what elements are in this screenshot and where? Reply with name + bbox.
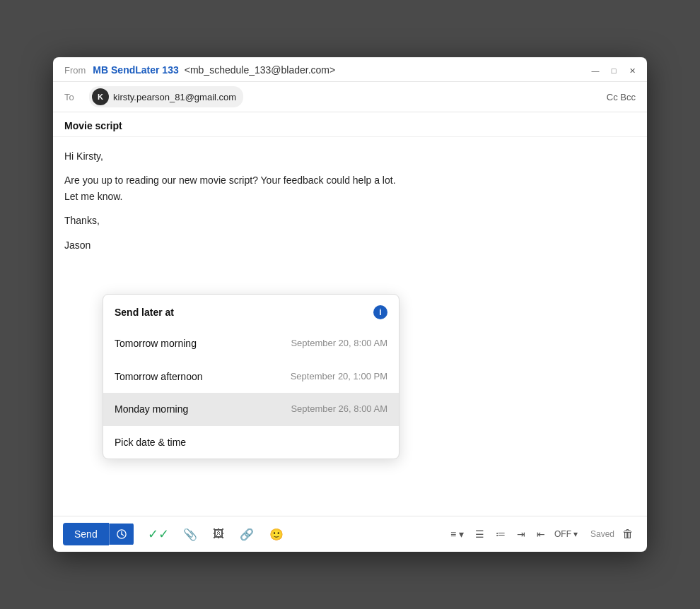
recipient-email: kirsty.pearson_81@gmail.com (113, 92, 236, 102)
closing: Thanks, (64, 213, 636, 228)
formatting-group: ≡ ▾ ☰ ≔ ⇥ ⇤ OFF ▾ (445, 525, 578, 543)
info-icon[interactable]: i (373, 305, 387, 319)
option-time-tomorrow-afternoon: September 20, 1:00 PM (291, 369, 387, 384)
trash-icon: 🗑 (622, 528, 634, 540)
send-button[interactable]: Send (63, 523, 109, 545)
send-later-header: Send later at i (103, 295, 399, 327)
send-clock-button[interactable] (109, 524, 134, 545)
image-button[interactable]: 🖼 (207, 524, 230, 545)
option-label-tomorrow-afternoon: Tomorrow afternoon (115, 369, 203, 384)
emoji-button[interactable]: 🙂 (264, 524, 289, 545)
off-label: OFF (554, 529, 571, 539)
schedule-option-tomorrow-morning[interactable]: Tomorrow morning September 20, 8:00 AM (103, 327, 399, 360)
signature: Jason (64, 237, 636, 253)
option-label-monday-morning: Monday morning (115, 401, 188, 417)
to-label: To (64, 92, 82, 102)
from-email: <mb_schedule_133@blader.com> (185, 64, 335, 76)
from-name: MB SendLater 133 (93, 64, 178, 76)
recipient-avatar: K (92, 88, 109, 105)
attach-button[interactable]: 📎 (177, 524, 203, 545)
emoji-icon: 🙂 (269, 528, 284, 541)
off-toggle[interactable]: OFF ▾ (554, 529, 578, 539)
delete-draft-button[interactable]: 🗑 (619, 524, 637, 544)
close-button[interactable]: ✕ (626, 64, 638, 77)
send-button-group: Send (63, 523, 134, 545)
number-list-button[interactable]: ≔ (491, 525, 511, 543)
subject-text: Movie script (64, 120, 122, 131)
align-button[interactable]: ≡ ▾ (445, 525, 469, 543)
cc-bcc-button[interactable]: Cc Bcc (607, 92, 636, 102)
indent-icon: ⇥ (517, 528, 525, 540)
check-icon: ✓✓ (148, 526, 169, 542)
send-later-title: Send later at (115, 304, 174, 320)
link-icon: 🔗 (240, 528, 254, 541)
maximize-button[interactable]: □ (607, 64, 620, 77)
link-button[interactable]: 🔗 (234, 524, 259, 545)
to-row: To K kirsty.pearson_81@gmail.com Cc Bcc (53, 82, 647, 112)
toolbar: Send ✓✓ 📎 🖼 🔗 🙂 ≡ ▾ (53, 516, 647, 552)
number-list-icon: ≔ (496, 528, 506, 540)
option-label-pick-date: Pick date & time (115, 434, 186, 450)
title-bar: From MB SendLater 133 <mb_schedule_133@b… (53, 57, 647, 82)
image-icon: 🖼 (213, 528, 224, 540)
indent-button[interactable]: ⇥ (512, 525, 530, 543)
schedule-option-pick-date[interactable]: Pick date & time (103, 426, 399, 459)
from-label: From (64, 65, 86, 76)
outdent-icon: ⇤ (537, 528, 545, 540)
outdent-button[interactable]: ⇤ (532, 525, 550, 543)
check-button[interactable]: ✓✓ (144, 522, 173, 546)
option-time-monday-morning: September 26, 8:00 AM (291, 402, 387, 417)
send-later-popup: Send later at i Tomorrow morning Septemb… (103, 294, 399, 459)
clock-icon (117, 529, 127, 539)
email-compose-window: From MB SendLater 133 <mb_schedule_133@b… (53, 57, 647, 552)
option-time-tomorrow-morning: September 20, 8:00 AM (291, 336, 387, 351)
saved-status: Saved (590, 529, 614, 539)
svg-line-2 (122, 534, 124, 536)
minimize-button[interactable]: — (589, 64, 602, 77)
off-chevron-icon: ▾ (573, 529, 578, 539)
option-label-tomorrow-morning: Tomorrow morning (115, 336, 197, 351)
window-controls: — □ ✕ (589, 64, 638, 77)
subject-row: Movie script (53, 112, 647, 137)
schedule-option-monday-morning[interactable]: Monday morning September 26, 8:00 AM (103, 393, 399, 425)
schedule-option-tomorrow-afternoon[interactable]: Tomorrow afternoon September 20, 1:00 PM (103, 360, 399, 393)
bullet-list-button[interactable]: ☰ (470, 525, 489, 543)
email-body[interactable]: Hi Kirsty, Are you up to reading our new… (53, 137, 647, 516)
bullet-list-icon: ☰ (475, 528, 484, 540)
paperclip-icon: 📎 (183, 528, 197, 541)
recipient-chip[interactable]: K kirsty.pearson_81@gmail.com (89, 86, 243, 107)
align-icon: ≡ ▾ (450, 528, 464, 540)
paragraph1: Are you up to reading our new movie scri… (64, 172, 636, 204)
greeting: Hi Kirsty, (64, 148, 636, 164)
